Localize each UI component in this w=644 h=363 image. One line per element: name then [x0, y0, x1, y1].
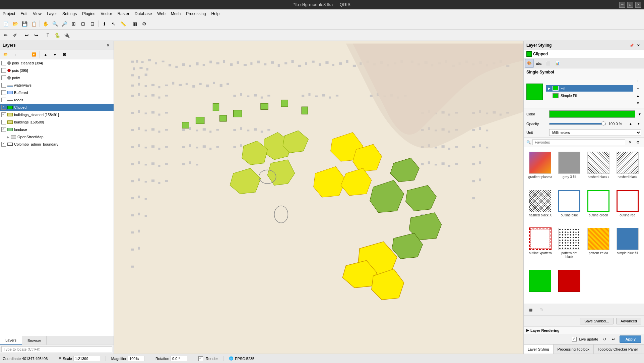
edit-pencil-button[interactable]: ✏ — [1, 31, 10, 40]
filter-layer-button[interactable]: 🔽 — [29, 50, 38, 59]
live-update-checkbox[interactable] — [572, 337, 577, 342]
layer-item-pois-cleaned[interactable]: pois_cleaned [394] — [0, 59, 114, 67]
minimize-button[interactable]: ─ — [619, 2, 625, 8]
layers-close-btn[interactable]: ✕ — [105, 42, 111, 48]
layer-item-landuse[interactable]: landuse — [0, 126, 114, 133]
render-checkbox[interactable] — [198, 356, 203, 361]
symbol-green-fill[interactable] — [526, 268, 554, 301]
layer-checkbox-admin[interactable] — [1, 142, 6, 147]
label-button[interactable]: T — [44, 31, 52, 40]
zoom-full-button[interactable]: ⊞ — [69, 19, 78, 28]
layer-checkbox-buffered[interactable] — [1, 90, 6, 95]
symbol-hashed-black-backslash[interactable]: hashed black — [614, 150, 641, 187]
layer-rendering-toggle[interactable]: ▶ — [526, 328, 529, 332]
apply-button[interactable]: Apply — [620, 335, 641, 343]
menu-view[interactable]: View — [30, 9, 44, 18]
menu-raster[interactable]: Raster — [115, 9, 132, 18]
rule-based-icon[interactable]: 📊 — [553, 59, 562, 68]
group-button[interactable]: ⊞ — [60, 50, 69, 59]
styling-close-btn[interactable]: ✕ — [635, 42, 641, 48]
menu-edit[interactable]: Edit — [18, 9, 30, 18]
single-symbol-icon[interactable]: 🎨 — [525, 59, 534, 68]
pan-tool[interactable]: ✋ — [41, 19, 50, 28]
symbol-pattern-zelda[interactable]: pattern zelda — [585, 226, 613, 267]
layer-checkbox-buildings-cleaned[interactable] — [1, 112, 6, 117]
symbol-hashed-black-slash[interactable]: hashed black / — [585, 150, 613, 187]
save-project-button[interactable]: 💾 — [20, 19, 29, 28]
color-picker[interactable] — [549, 110, 635, 118]
map-canvas[interactable] — [114, 41, 523, 354]
maximize-button[interactable]: □ — [627, 2, 633, 8]
layer-item-pofw[interactable]: pofw — [0, 74, 114, 82]
save-symbol-button[interactable]: Save Symbol... — [580, 318, 614, 324]
symbol-gray-3-fill[interactable]: gray 3 fill — [556, 150, 583, 187]
menu-web[interactable]: Web — [154, 9, 168, 18]
styling-pin-btn[interactable]: 📌 — [629, 42, 635, 48]
layer-checkbox-landuse[interactable] — [1, 127, 6, 132]
opacity-up-btn[interactable]: ▲ — [628, 121, 633, 126]
magnifier-input[interactable] — [128, 356, 144, 361]
symbol-gradient-plasma[interactable]: gradient plasma — [526, 150, 554, 187]
digitize-button[interactable]: ✐ — [11, 31, 19, 40]
layer-item-buildings[interactable]: buildings [158500] — [0, 118, 114, 126]
new-layer-button[interactable]: + — [11, 50, 19, 59]
redo-button[interactable]: ↪ — [32, 31, 41, 40]
menu-help[interactable]: Help — [209, 9, 222, 18]
refresh-btn[interactable]: ↺ — [601, 335, 608, 343]
undo-style-btn[interactable]: ↩ — [609, 335, 617, 343]
graduated-icon[interactable]: ⬜ — [544, 59, 553, 68]
open-layer-button[interactable]: 📂 — [1, 50, 10, 59]
move-up-symbol-btn[interactable]: ▲ — [635, 92, 641, 99]
fav-settings-btn[interactable]: ⚙ — [635, 139, 641, 146]
symbol-grid-icon-btn[interactable]: ⊞ — [536, 305, 545, 314]
layer-item-roads[interactable]: roads — [0, 96, 114, 104]
add-symbol-btn[interactable]: + — [635, 77, 641, 84]
symbol-pattern-dot-black[interactable]: pattern dot black — [556, 226, 583, 267]
layer-checkbox-waterways[interactable] — [1, 83, 6, 88]
layer-checkbox-pofw[interactable] — [1, 75, 6, 80]
select-button[interactable]: ↖ — [109, 19, 118, 28]
panel-tab-layer-styling[interactable]: Layer Styling — [524, 345, 554, 354]
measure-button[interactable]: 📏 — [119, 19, 127, 28]
panel-tab-processing[interactable]: Processing Toolbox — [554, 345, 594, 354]
layer-item-clipped[interactable]: Clipped — [0, 104, 114, 111]
opacity-slider[interactable] — [549, 123, 606, 125]
opacity-down-btn[interactable]: ▼ — [636, 121, 641, 126]
layer-item-buffered[interactable]: Buffered — [0, 89, 114, 96]
move-down-symbol-btn[interactable]: ▼ — [635, 100, 641, 106]
menu-vector[interactable]: Vector — [98, 9, 115, 18]
zoom-layer-button[interactable]: ⊡ — [79, 19, 87, 28]
unit-select[interactable]: Millimeters — [549, 129, 641, 136]
simple-fill-row[interactable]: Simple Fill — [546, 92, 633, 99]
menu-processing[interactable]: Processing — [183, 9, 208, 18]
layer-item-waterways[interactable]: waterways — [0, 82, 114, 89]
menu-layer[interactable]: Layer — [44, 9, 60, 18]
symbol-red-fill[interactable] — [556, 268, 583, 301]
layer-item-admin[interactable]: Colombo_admin_boundary — [0, 141, 114, 148]
save-as-button[interactable]: 📋 — [29, 19, 38, 28]
categorized-icon[interactable]: abc — [534, 59, 543, 68]
move-up-button[interactable]: ▲ — [41, 50, 50, 59]
layer-checkbox-pois[interactable] — [1, 68, 6, 73]
close-button[interactable]: ✕ — [635, 2, 641, 8]
color-dropdown-btn[interactable]: ▼ — [638, 112, 641, 116]
favorites-search-input[interactable] — [532, 139, 625, 145]
symbol-hashed-black-x[interactable]: hashed black X — [526, 188, 554, 225]
menu-database[interactable]: Database — [132, 9, 154, 18]
symbol-outline-blue[interactable]: outline blue — [556, 188, 583, 225]
layers-search-input[interactable] — [1, 346, 112, 352]
zoom-selection-button[interactable]: ⊟ — [88, 19, 97, 28]
move-down-button[interactable]: ▼ — [51, 50, 59, 59]
fill-row[interactable]: ▶ Fill — [546, 85, 633, 92]
menu-mesh[interactable]: Mesh — [168, 9, 183, 18]
layer-checkbox-clipped[interactable] — [1, 105, 6, 110]
attribute-table-button[interactable]: ▦ — [130, 19, 139, 28]
zoom-in-button[interactable]: 🔍 — [51, 19, 59, 28]
clear-search-btn[interactable]: ✕ — [627, 139, 633, 146]
identify-button[interactable]: ℹ — [100, 19, 109, 28]
scale-input[interactable] — [73, 356, 100, 361]
remove-symbol-btn[interactable]: − — [635, 85, 641, 92]
layer-item-osm[interactable]: ▶ OpenStreetMap — [0, 133, 114, 141]
symbol-simple-blue-fill[interactable]: simple blue fill — [614, 226, 641, 267]
rotation-input[interactable] — [171, 356, 187, 361]
